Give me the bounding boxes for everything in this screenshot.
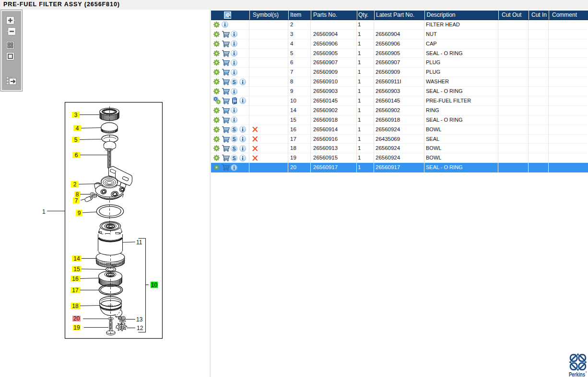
svg-text:2: 2: [73, 181, 77, 188]
svg-text:4: 4: [76, 125, 79, 132]
svg-text:13: 13: [136, 316, 143, 323]
svg-text:6: 6: [75, 152, 78, 159]
svg-text:14: 14: [73, 255, 80, 262]
svg-text:5: 5: [74, 137, 78, 143]
svg-text:17: 17: [72, 287, 79, 294]
svg-text:15: 15: [73, 266, 80, 273]
svg-text:16: 16: [72, 275, 79, 282]
svg-text:18: 18: [72, 303, 79, 309]
svg-text:10: 10: [151, 282, 158, 288]
svg-text:Perkins: Perkins: [569, 371, 585, 377]
svg-text:3: 3: [74, 112, 78, 118]
svg-text:12: 12: [137, 325, 143, 331]
svg-text:20: 20: [73, 315, 80, 322]
svg-text:11: 11: [136, 239, 142, 246]
svg-text:19: 19: [73, 324, 80, 331]
svg-text:8: 8: [76, 191, 79, 198]
svg-text:9: 9: [78, 210, 81, 217]
svg-text:1: 1: [42, 208, 46, 215]
svg-text:7: 7: [75, 197, 78, 204]
